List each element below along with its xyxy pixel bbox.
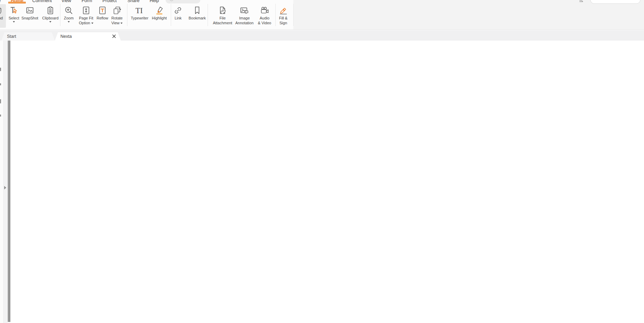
clipboard-icon [45, 6, 55, 15]
tell-me-icon [169, 0, 174, 1]
select-button[interactable]: Select [6, 4, 22, 28]
tab-start-label: Start [7, 32, 16, 41]
rotate-view-icon [112, 6, 122, 15]
select-icon [9, 6, 19, 15]
rotate-view-label-line1: Rotate [111, 16, 123, 20]
highlight-button[interactable]: Highlight [150, 4, 168, 28]
tab-nexta-label: Nexta [60, 32, 72, 41]
menu-tab-form[interactable]: Form [82, 0, 92, 3]
bookmark-button[interactable]: Bookmark [187, 4, 207, 28]
nav-panel-strip [3, 41, 8, 323]
clipboard-label: Clipboard [42, 16, 58, 20]
pdf-page[interactable] [10, 41, 644, 323]
rotate-view-button[interactable]: Rotate View [109, 4, 125, 28]
page-fit-label-line2: Option [79, 21, 93, 25]
link-icon [173, 6, 183, 15]
page-fit-option-button[interactable]: Page Fit Option [77, 4, 95, 28]
ribbon-divider [293, 4, 294, 26]
nav-panel-sliver [0, 41, 3, 323]
highlight-icon [154, 6, 164, 15]
page-fit-dropdown-caret[interactable] [91, 23, 93, 24]
top-chrome: File Home Comment View Form Protect Shar… [0, 0, 644, 30]
fill-sign-label-line2: Sign [279, 21, 287, 25]
menu-tab-protect[interactable]: Protect [102, 0, 117, 3]
snapshot-icon [25, 6, 35, 15]
snapshot-label: SnapShot [22, 16, 38, 20]
link-button[interactable]: Link [172, 4, 184, 28]
file-attachment-icon [218, 6, 227, 15]
audio-video-label-line1: Audio [260, 16, 269, 20]
fill-sign-label-line1: Fill & [279, 16, 287, 20]
ribbon-divider [208, 4, 208, 26]
menu-tab-view[interactable]: View [61, 0, 71, 3]
highlight-label: Highlight [152, 16, 167, 20]
menu-tab-file[interactable]: File [0, 0, 1, 3]
audio-video-button[interactable]: Audio & Video [256, 4, 273, 28]
rotate-view-dropdown-caret[interactable] [120, 23, 123, 24]
bookmark-label: Bookmark [189, 16, 206, 20]
menu-tab-share[interactable]: Share [127, 0, 140, 3]
panel-splitter[interactable] [8, 41, 10, 322]
menu-tab-help[interactable]: Help [150, 0, 159, 3]
typewriter-icon: TI [135, 6, 144, 15]
document-tab-bar: Start Nexta [0, 30, 644, 41]
zoom-label: Zoom [64, 16, 74, 20]
fill-and-sign-button[interactable]: Fill & Sign [276, 4, 291, 28]
audio-video-icon [260, 6, 269, 15]
select-dropdown-caret[interactable] [13, 21, 15, 23]
hand-icon [0, 6, 3, 15]
ribbon-divider [60, 4, 60, 26]
reflow-icon [98, 6, 107, 15]
tab-start[interactable]: Start [1, 32, 55, 41]
reflow-button[interactable]: Reflow [94, 4, 110, 28]
svg-text:TI: TI [135, 6, 143, 15]
audio-video-label-line2: & Video [258, 21, 271, 25]
select-label: Select [9, 16, 19, 20]
file-attachment-button[interactable]: File Attachment [211, 4, 234, 28]
page-fit-label-line1: Page Fit [79, 16, 93, 20]
panel-expand-arrow-icon[interactable] [4, 186, 6, 189]
ribbon-divider [171, 4, 171, 26]
panel-icon-fragment [0, 114, 1, 117]
link-label: Link [175, 16, 182, 20]
active-menu-underline [8, 2, 26, 3]
snapshot-button[interactable]: SnapShot [21, 4, 39, 28]
tab-nexta[interactable]: Nexta [55, 32, 121, 41]
panel-icon-fragment [0, 99, 1, 103]
fill-sign-icon [278, 6, 288, 15]
find-search[interactable]: Find [590, 0, 641, 4]
typewriter-button[interactable]: TI Typewriter [129, 4, 150, 28]
app-window: File Home Comment View Form Protect Shar… [0, 0, 644, 323]
ribbon-divider [127, 4, 127, 26]
file-attachment-label-line2: Attachment [213, 21, 232, 25]
clipboard-dropdown-caret[interactable] [49, 21, 51, 23]
hand-label: Hand [0, 16, 3, 20]
tell-me-search[interactable]: Tell me... [166, 0, 200, 3]
file-attachment-label-line1: File [219, 16, 226, 20]
rotate-view-label-line2: View [111, 21, 123, 25]
titlebar-partial-icon[interactable] [578, 0, 584, 3]
image-annotation-label-line2: Annotation [235, 21, 254, 25]
menu-tab-comment[interactable]: Comment [32, 0, 52, 3]
close-tab-icon[interactable] [112, 34, 116, 38]
image-annotation-button[interactable]: Image Annotation [234, 4, 255, 28]
image-annotation-icon [240, 6, 249, 15]
ribbon-divider [275, 4, 276, 26]
typewriter-label: Typewriter [131, 16, 149, 20]
zoom-button[interactable]: Zoom [62, 4, 76, 28]
ribbon-empty-area [293, 0, 644, 29]
document-area [0, 41, 644, 323]
image-annotation-label-line1: Image [239, 16, 250, 20]
hand-tool-button[interactable]: Hand [0, 4, 6, 28]
panel-icon-fragment [0, 68, 1, 71]
clipboard-button[interactable]: Clipboard [41, 4, 60, 28]
bookmark-icon [192, 6, 202, 15]
panel-icon-fragment [0, 83, 1, 85]
page-fit-icon [81, 6, 91, 15]
reflow-label: Reflow [97, 16, 108, 20]
zoom-icon [64, 6, 74, 15]
zoom-dropdown-caret[interactable] [68, 21, 70, 23]
